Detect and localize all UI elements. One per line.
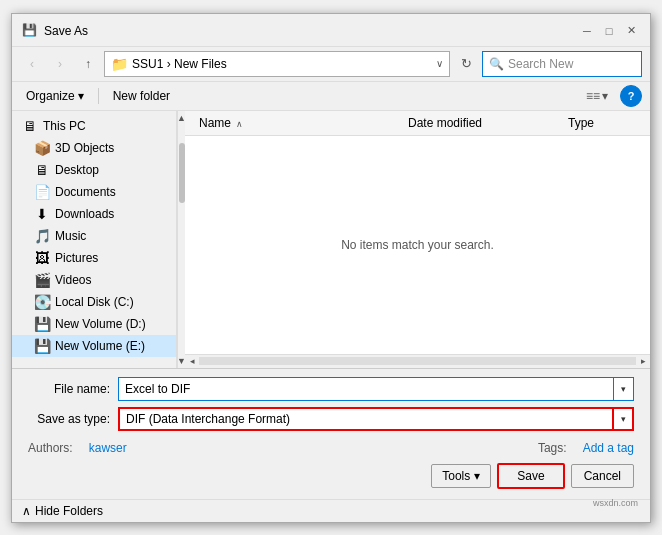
file-name-label: File name: — [28, 382, 118, 396]
tools-button[interactable]: Tools ▾ — [431, 464, 491, 488]
tools-label: Tools — [442, 469, 470, 483]
file-name-input[interactable] — [118, 377, 614, 401]
file-list-header: Name ∧ Date modified Type — [185, 111, 650, 136]
title-bar: 💾 Save As ─ □ ✕ — [12, 14, 650, 47]
col-type-label: Type — [568, 116, 594, 130]
scroll-right-button[interactable]: ▸ — [636, 354, 650, 368]
hide-folders-label: Hide Folders — [35, 504, 103, 518]
downloads-icon: ⬇ — [34, 206, 50, 222]
help-label: ? — [628, 90, 635, 102]
column-header-date[interactable]: Date modified — [402, 114, 562, 132]
sidebar-item-3d-objects[interactable]: 📦 3D Objects — [12, 137, 176, 159]
file-name-row: File name: ▾ — [28, 377, 634, 401]
videos-label: Videos — [55, 273, 91, 287]
pictures-icon: 🖼 — [34, 250, 50, 266]
tags-value[interactable]: Add a tag — [583, 441, 634, 455]
cancel-button[interactable]: Cancel — [571, 464, 634, 488]
this-pc-icon: 🖥 — [22, 118, 38, 134]
save-button[interactable]: Save — [497, 463, 564, 489]
save-type-input[interactable] — [118, 407, 614, 431]
pictures-label: Pictures — [55, 251, 98, 265]
authors-label: Authors: — [28, 441, 73, 455]
sidebar-item-music[interactable]: 🎵 Music — [12, 225, 176, 247]
scroll-left-button[interactable]: ◂ — [185, 354, 199, 368]
sidebar: 🖥 This PC 📦 3D Objects 🖥 Desktop 📄 Docum… — [12, 111, 177, 368]
navigation-bar: ‹ › ↑ 📁 SSU1 › New Files ∨ ↻ 🔍 — [12, 47, 650, 82]
sidebar-item-documents[interactable]: 📄 Documents — [12, 181, 176, 203]
search-input[interactable] — [508, 57, 635, 71]
desktop-icon: 🖥 — [34, 162, 50, 178]
maximize-button[interactable]: □ — [600, 22, 618, 40]
main-content: 🖥 This PC 📦 3D Objects 🖥 Desktop 📄 Docum… — [12, 111, 650, 368]
documents-label: Documents — [55, 185, 116, 199]
horizontal-scrollbar[interactable]: ◂ ▸ — [185, 354, 650, 368]
minimize-button[interactable]: ─ — [578, 22, 596, 40]
save-type-label: Save as type: — [28, 412, 118, 426]
title-bar-controls: ─ □ ✕ — [578, 22, 640, 40]
sidebar-item-new-volume-d[interactable]: 💾 New Volume (D:) — [12, 313, 176, 335]
up-button[interactable]: ↑ — [76, 52, 100, 76]
search-box: 🔍 — [482, 51, 642, 77]
music-icon: 🎵 — [34, 228, 50, 244]
refresh-button[interactable]: ↻ — [454, 52, 478, 76]
organize-button[interactable]: Organize ▾ — [20, 87, 90, 105]
file-name-input-wrap: ▾ — [118, 377, 634, 401]
sidebar-item-this-pc[interactable]: 🖥 This PC — [12, 115, 176, 137]
new-volume-e-icon: 💾 — [34, 338, 50, 354]
organize-label: Organize — [26, 89, 75, 103]
view-button[interactable]: ≡≡ ▾ — [582, 87, 612, 105]
form-area: File name: ▾ Save as type: ▾ Authors: ka… — [12, 368, 650, 499]
scrollbar-thumb[interactable] — [179, 143, 185, 203]
column-header-type[interactable]: Type — [562, 114, 642, 132]
forward-button[interactable]: › — [48, 52, 72, 76]
tags-label: Tags: — [538, 441, 567, 455]
toolbar-separator — [98, 88, 99, 104]
3d-objects-icon: 📦 — [34, 140, 50, 156]
tools-arrow-icon: ▾ — [474, 469, 480, 483]
toolbar: Organize ▾ New folder ≡≡ ▾ ? — [12, 82, 650, 111]
sidebar-item-new-volume-e[interactable]: 💾 New Volume (E:) — [12, 335, 176, 357]
videos-icon: 🎬 — [34, 272, 50, 288]
back-button[interactable]: ‹ — [20, 52, 44, 76]
help-button[interactable]: ? — [620, 85, 642, 107]
this-pc-label: This PC — [43, 119, 86, 133]
desktop-label: Desktop — [55, 163, 99, 177]
cancel-label: Cancel — [584, 469, 621, 483]
new-folder-button[interactable]: New folder — [107, 87, 176, 105]
local-disk-c-label: Local Disk (C:) — [55, 295, 134, 309]
h-scroll-track[interactable] — [199, 357, 636, 365]
footer: ∧ Hide Folders — [12, 499, 650, 522]
breadcrumb-path: SSU1 › New Files — [132, 57, 432, 71]
local-disk-c-icon: 💽 — [34, 294, 50, 310]
search-icon: 🔍 — [489, 57, 504, 71]
close-button[interactable]: ✕ — [622, 22, 640, 40]
documents-icon: 📄 — [34, 184, 50, 200]
save-type-input-wrap: ▾ — [118, 407, 634, 431]
breadcrumb-bar[interactable]: 📁 SSU1 › New Files ∨ — [104, 51, 450, 77]
sidebar-item-desktop[interactable]: 🖥 Desktop — [12, 159, 176, 181]
sidebar-item-pictures[interactable]: 🖼 Pictures — [12, 247, 176, 269]
file-name-dropdown-button[interactable]: ▾ — [614, 377, 634, 401]
save-as-dialog: 💾 Save As ─ □ ✕ ‹ › ↑ 📁 SSU1 › New Files… — [11, 13, 651, 523]
view-chevron-icon: ▾ — [602, 89, 608, 103]
dialog-title-icon: 💾 — [22, 23, 38, 39]
empty-message: No items match your search. — [341, 238, 494, 252]
new-volume-d-icon: 💾 — [34, 316, 50, 332]
breadcrumb-folder-icon: 📁 — [111, 56, 128, 72]
3d-objects-label: 3D Objects — [55, 141, 114, 155]
authors-value[interactable]: kawser — [89, 441, 127, 455]
music-label: Music — [55, 229, 86, 243]
column-header-name[interactable]: Name ∧ — [193, 114, 402, 132]
sidebar-scrollbar[interactable]: ▲ ▼ — [177, 111, 185, 368]
save-type-dropdown-button[interactable]: ▾ — [614, 407, 634, 431]
meta-row: Authors: kawser Tags: Add a tag — [28, 437, 634, 457]
sidebar-item-videos[interactable]: 🎬 Videos — [12, 269, 176, 291]
hide-folders-button[interactable]: ∧ Hide Folders — [22, 504, 103, 518]
actions-row: Tools ▾ Save Cancel — [28, 457, 634, 491]
col-name-label: Name — [199, 116, 231, 130]
view-icon: ≡≡ — [586, 89, 600, 103]
save-type-row: Save as type: ▾ — [28, 407, 634, 431]
sidebar-item-downloads[interactable]: ⬇ Downloads — [12, 203, 176, 225]
hide-folders-arrow-icon: ∧ — [22, 504, 31, 518]
sidebar-item-local-disk-c[interactable]: 💽 Local Disk (C:) — [12, 291, 176, 313]
